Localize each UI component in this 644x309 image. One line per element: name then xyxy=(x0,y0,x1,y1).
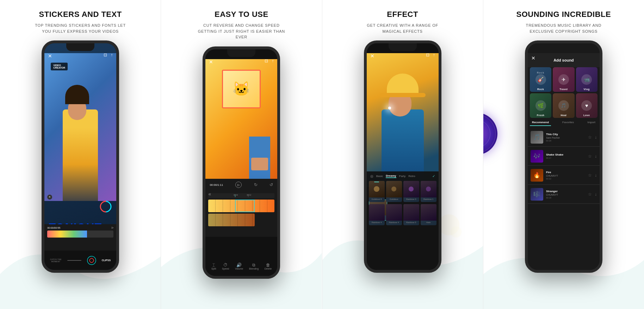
p3-expand-icon[interactable]: ⊡ xyxy=(426,52,429,57)
p3-effect-rainbow4a[interactable]: Rainbow 4 xyxy=(369,204,385,225)
p4-song-actions-3: ☆ ↓ xyxy=(588,192,597,197)
p4-song-star-3[interactable]: ☆ xyxy=(588,192,592,197)
phone-4-notch xyxy=(550,43,578,51)
p4-song-item-1[interactable]: 🎶 Shake Shake 00:17 ☆ ↓ xyxy=(528,147,600,166)
p4-song-actions-2: ☆ ↓ xyxy=(588,173,597,178)
p4-song-duration-0: 00:28 xyxy=(546,140,588,142)
p1-brand-name: CLIPSS xyxy=(102,259,111,261)
phone-1-screen: ✕ ⊡ ↑ VIDEO CREATOR xyxy=(44,43,116,270)
p3-tab-icon: ◎ xyxy=(370,174,373,178)
p4-close-button[interactable]: ✕ xyxy=(531,55,535,61)
p3-confirm-icon[interactable]: ✓ xyxy=(432,174,435,178)
p3-tab-dreamy[interactable]: Dreamy xyxy=(386,174,396,178)
phone-4-frame: Add sound ✕ Rock 🎸 Rock ✈ xyxy=(525,40,602,273)
p4-genre-vlog[interactable]: 📹 Vlog xyxy=(576,67,597,92)
phone-3-notch xyxy=(389,43,417,51)
p3-export-icon[interactable]: ↑ xyxy=(433,52,435,57)
p4-song-info-3: Stranger CHUNNYT 00:18 xyxy=(546,190,588,199)
p3-top-icons: ⊡ ↑ xyxy=(426,52,435,57)
p3-tab-party[interactable]: Party xyxy=(399,175,406,178)
p2-bottom-toolbar: ⌶ Split ⏱ Speed 🔊 Volume ⧉ Blending xyxy=(205,257,277,276)
p2-second-track[interactable] xyxy=(208,214,255,226)
p3-effect-rainbow1[interactable]: Rainbow 1 xyxy=(421,181,436,202)
phone-2: 🐱 ✕ ⊡ ↑ 00:00/1:11 xyxy=(203,46,280,279)
p4-song-title-0: This City xyxy=(546,133,588,136)
p1-timeline: 00:00/00:55 ▷ xyxy=(44,224,116,251)
p3-effect-rainbow5[interactable]: Rainbow 5 xyxy=(403,204,419,225)
p2-delete-tool[interactable]: 🗑 Delete xyxy=(265,263,272,270)
p2-blending-tool[interactable]: ⧉ Blending xyxy=(249,263,259,270)
p2-play-button[interactable]: ▷ xyxy=(235,182,242,188)
p1-close-button[interactable]: ✕ xyxy=(48,53,52,59)
p4-song-duration-2: 00:22 xyxy=(546,178,588,180)
p4-genre-fresh-label: Fresh xyxy=(530,114,551,116)
p4-song-item-0[interactable]: 🎵 This City Sam Fischer 00:28 ☆ ↓ xyxy=(528,128,600,147)
p4-song-duration-3: 00:18 xyxy=(546,197,588,199)
p4-tab-import[interactable]: Import xyxy=(585,119,597,126)
p2-volume-tool[interactable]: 🔊 Volume xyxy=(235,263,243,270)
p4-song-duration-1: 00:17 xyxy=(546,157,588,159)
p4-song-download-2[interactable]: ↓ xyxy=(595,173,597,178)
p4-tab-favorites[interactable]: Favorites xyxy=(560,119,576,126)
p4-header-title: Add sound xyxy=(553,58,574,62)
p2-split-tool[interactable]: ⌶ Split xyxy=(211,263,216,270)
p4-song-artist-3: CHUNNYT xyxy=(546,194,588,196)
p1-expand-icon[interactable]: ⊡ xyxy=(104,52,107,57)
p3-tab-retro[interactable]: Retro xyxy=(408,175,415,178)
p2-redo-icon[interactable]: ↻ xyxy=(254,182,258,187)
p3-effect-rainbow4b[interactable]: Rainbow 4 xyxy=(386,204,402,225)
p4-song-star-2[interactable]: ☆ xyxy=(588,173,592,178)
p4-genre-heal[interactable]: 🎵 Heal xyxy=(553,93,574,118)
p2-video-area: 🐱 xyxy=(205,59,277,179)
p1-export-icon[interactable]: ↑ xyxy=(111,52,113,57)
p1-play-icon[interactable]: ▷ xyxy=(112,226,113,229)
p4-song-download-3[interactable]: ↓ xyxy=(595,192,597,197)
p4-song-star-0[interactable]: ☆ xyxy=(588,135,592,140)
p3-effect-grid-row1: Golddust 8 Golddust Rainbo xyxy=(369,181,436,202)
p4-song-star-1[interactable]: ☆ xyxy=(588,154,592,159)
p4-song-actions-0: ☆ ↓ xyxy=(588,135,597,140)
p4-song-title-1: Shake Shake xyxy=(546,153,588,156)
p1-timeline-time: 00:00/00:55 ▷ xyxy=(47,226,113,229)
p1-swirl-decoration xyxy=(99,200,113,214)
p4-song-download-1[interactable]: ↓ xyxy=(595,154,597,159)
p4-genre-vlog-label: Vlog xyxy=(576,88,597,90)
panel-effect: EFFECT GET CREATIVE WITH A RANGE OF MAGI… xyxy=(322,0,483,309)
p2-undo-icon[interactable]: ↺ xyxy=(270,182,273,187)
p4-song-thumb-3: 🎼 xyxy=(531,188,543,201)
p3-effect-rainbow3[interactable]: Rainbow 3 xyxy=(403,181,419,202)
p4-tab-recommend[interactable]: Recommend xyxy=(530,119,551,126)
p4-genre-love[interactable]: ♥ Love xyxy=(576,93,597,118)
p4-song-download-0[interactable]: ↓ xyxy=(595,135,597,140)
p3-effect-golddust8[interactable]: Golddust 8 xyxy=(369,181,385,202)
p4-song-item-2[interactable]: 🔥 Fire CHUNNYT 00:22 ☆ ↓ xyxy=(528,166,600,185)
p4-genre-travel[interactable]: ✈ Travel xyxy=(553,67,574,92)
p4-song-item-3[interactable]: 🎼 Stranger CHUNNYT 00:18 ☆ ↓ xyxy=(528,185,600,204)
p4-genre-travel-label: Travel xyxy=(553,88,574,90)
p2-close-button[interactable]: ✕ xyxy=(209,59,213,65)
p4-song-info-0: This City Sam Fischer 00:28 xyxy=(546,133,588,142)
p4-song-artist-0: Sam Fischer xyxy=(546,137,588,139)
p3-effect-tabs: ◎ Basic Dreamy Party Retro ✓ xyxy=(369,174,436,178)
p2-video-track[interactable] xyxy=(208,200,274,212)
p4-song-info-1: Shake Shake 00:17 xyxy=(546,153,588,159)
p1-divider xyxy=(67,260,81,261)
p2-top-icons: ⊡ ↑ xyxy=(265,58,274,63)
p1-logo-area: CATCH THE MOMENT xyxy=(50,258,62,263)
p1-timeline-bar[interactable] xyxy=(47,231,113,238)
p4-music-tabs: Recommend Favorites Import xyxy=(530,119,597,126)
p3-effect-golddust[interactable]: Golddust xyxy=(386,181,402,202)
p2-expand-icon[interactable]: ⊡ xyxy=(265,58,268,63)
panel-4-title: SOUNDING INCREDIBLE xyxy=(516,10,611,19)
p4-genre-rock[interactable]: Rock 🎸 Rock xyxy=(530,67,551,92)
p2-speed-tool[interactable]: ⏱ Speed xyxy=(222,263,229,270)
p3-close-button[interactable]: ✕ xyxy=(370,53,374,59)
p3-photo-area xyxy=(367,53,439,187)
p3-tab-basic[interactable]: Basic xyxy=(376,175,383,178)
p2-export-icon[interactable]: ↑ xyxy=(272,58,274,63)
p4-genre-fresh[interactable]: 🌿 Fresh xyxy=(530,93,551,118)
p4-song-info-2: Fire CHUNNYT 00:22 xyxy=(546,171,588,180)
p1-photo-bg xyxy=(44,53,116,201)
p2-back-icon[interactable]: « xyxy=(208,191,211,197)
p3-effect-halo[interactable]: Halo xyxy=(421,204,436,225)
